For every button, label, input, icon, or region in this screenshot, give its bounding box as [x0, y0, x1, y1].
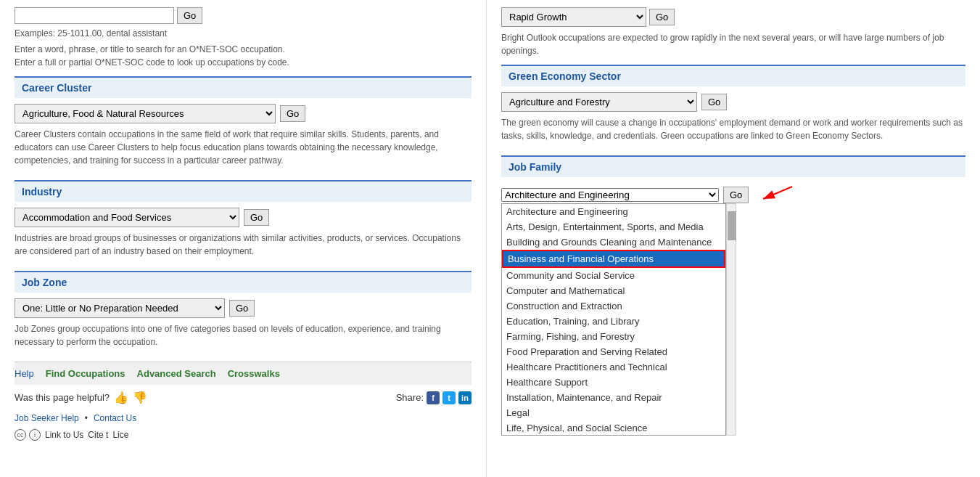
advanced-search-link[interactable]: Advanced Search [137, 368, 216, 379]
red-arrow-icon [756, 183, 799, 205]
career-cluster-desc: Career Clusters contain occupations in t… [15, 128, 472, 167]
job-family-select-area: Architecture and Engineering Go [501, 183, 965, 235]
career-cluster-select[interactable]: Agriculture, Food & Natural Resources [15, 104, 276, 123]
green-economy-title: Green Economy Sector [508, 70, 958, 82]
career-cluster-go-button[interactable]: Go [280, 105, 305, 122]
green-economy-header: Green Economy Sector [501, 65, 965, 86]
thumbs-down-icon[interactable]: 👎 [133, 391, 147, 404]
job-family-option-life[interactable]: Life, Physical, and Social Science [502, 420, 725, 436]
job-zone-go-button[interactable]: Go [229, 300, 255, 317]
job-zone-desc: Job Zones group occupations into one of … [15, 322, 472, 348]
green-economy-desc: The green economy will cause a change in… [501, 116, 965, 142]
green-economy-section: Green Economy Sector Agriculture and For… [501, 65, 965, 142]
search-row: Go [15, 7, 472, 24]
svg-line-1 [763, 187, 792, 199]
industry-select-row: Accommodation and Food Services Go [15, 208, 472, 227]
cc-icon: cc [15, 429, 26, 441]
license-label: Lice [112, 430, 128, 440]
bright-outlook-select[interactable]: Rapid Growth [501, 7, 646, 27]
bright-outlook-go-button[interactable]: Go [649, 9, 675, 25]
search-input[interactable] [15, 7, 174, 24]
help-link[interactable]: Help [15, 368, 34, 379]
thumbs-up-icon[interactable]: 👍 [114, 391, 128, 404]
link-to-us-label: Link to Us [45, 430, 83, 440]
footer-links-row: Help Find Occupations Advanced Search Cr… [15, 362, 472, 385]
job-family-option-healthcare-sup[interactable]: Healthcare Support [502, 375, 725, 390]
job-family-option-education[interactable]: Education, Training, and Library [502, 314, 725, 329]
career-cluster-header: Career Cluster [15, 76, 472, 98]
helpful-section: Was this page helpful? 👍 👎 [15, 391, 147, 404]
linkedin-icon[interactable]: in [458, 391, 472, 404]
job-family-option-farming[interactable]: Farming, Fishing, and Forestry [502, 329, 725, 344]
industry-header: Industry [15, 180, 472, 202]
job-family-option-arts[interactable]: Arts, Design, Entertainment, Sports, and… [502, 219, 725, 235]
career-cluster-title: Career Cluster [22, 82, 464, 94]
job-family-dropdown-list[interactable]: Architecture and Engineering Arts, Desig… [501, 203, 726, 436]
job-family-option-arch[interactable]: Architecture and Engineering [502, 204, 725, 219]
job-zone-header: Job Zone [15, 271, 472, 293]
share-section: Share: f t in [396, 391, 472, 404]
green-economy-select-row: Agriculture and Forestry Go [501, 92, 965, 112]
cc-icons: cc i [15, 429, 41, 441]
find-occupations-link[interactable]: Find Occupations [46, 368, 125, 379]
industry-go-button[interactable]: Go [244, 209, 269, 226]
footer-helpful-row: Was this page helpful? 👍 👎 Share: f t in [15, 385, 472, 410]
job-seeker-link[interactable]: Job Seeker Help [15, 413, 79, 423]
job-family-option-construction[interactable]: Construction and Extraction [502, 298, 725, 314]
footer-license-row: cc i Link to Us Cite t Lice [15, 426, 472, 444]
job-family-option-healthcare-prac[interactable]: Healthcare Practitioners and Technical [502, 359, 725, 375]
search-go-button[interactable]: Go [177, 7, 202, 24]
job-zone-select[interactable]: One: Little or No Preparation Needed [15, 298, 225, 318]
green-economy-go-button[interactable]: Go [701, 94, 727, 110]
industry-section: Industry Accommodation and Food Services… [15, 180, 472, 258]
scrollbar-thumb[interactable] [728, 211, 736, 240]
job-family-section: Job Family Architecture and Engineering … [501, 155, 965, 235]
helpful-label: Was this page helpful? [15, 392, 110, 403]
career-cluster-select-row: Agriculture, Food & Natural Resources Go [15, 104, 472, 123]
job-family-go-button[interactable]: Go [723, 187, 749, 203]
industry-select[interactable]: Accommodation and Food Services [15, 208, 239, 227]
job-family-dropdown-wrapper: Architecture and Engineering Go [501, 183, 799, 210]
job-zone-title: Job Zone [22, 277, 464, 288]
industry-desc: Industries are broad groups of businesse… [15, 232, 472, 258]
job-family-option-building[interactable]: Building and Grounds Cleaning and Mainte… [502, 235, 725, 250]
examples-text: Examples: 25-1011.00, dental assistant [15, 28, 472, 38]
job-zone-select-row: One: Little or No Preparation Needed Go [15, 298, 472, 318]
job-family-header: Job Family [501, 155, 965, 177]
facebook-icon[interactable]: f [427, 391, 440, 404]
contact-link[interactable]: Contact Us [94, 413, 136, 423]
job-family-select[interactable]: Architecture and Engineering [501, 188, 719, 202]
cc-by-icon: i [29, 429, 41, 441]
dropdown-scrollbar[interactable] [726, 203, 736, 436]
job-family-option-installation[interactable]: Installation, Maintenance, and Repair [502, 390, 725, 405]
industry-title: Industry [22, 186, 464, 197]
bright-outlook-desc: Bright Outlook occupations are expected … [501, 31, 965, 57]
job-family-option-community[interactable]: Community and Social Service [502, 268, 725, 283]
bright-outlook-row: Rapid Growth Go [501, 7, 965, 27]
career-cluster-section: Career Cluster Agriculture, Food & Natur… [15, 76, 472, 167]
job-zone-section: Job Zone One: Little or No Preparation N… [15, 271, 472, 348]
search-desc: Enter a word, phrase, or title to search… [15, 43, 472, 69]
job-family-option-computer[interactable]: Computer and Mathematical [502, 283, 725, 298]
arrow-annotation [756, 183, 799, 207]
crosswalks-link[interactable]: Crosswalks [228, 368, 280, 379]
job-family-option-food[interactable]: Food Preparation and Serving Related [502, 344, 725, 359]
green-economy-select[interactable]: Agriculture and Forestry [501, 92, 697, 112]
job-family-title: Job Family [508, 161, 958, 173]
footer-bottom-links: Job Seeker Help • Contact Us [15, 410, 472, 426]
share-label: Share: [396, 392, 424, 403]
job-family-option-legal[interactable]: Legal [502, 405, 725, 420]
twitter-icon[interactable]: t [442, 391, 456, 404]
job-family-option-business[interactable]: Business and Financial Operations [502, 250, 725, 268]
cite-label: Cite t [88, 430, 108, 440]
